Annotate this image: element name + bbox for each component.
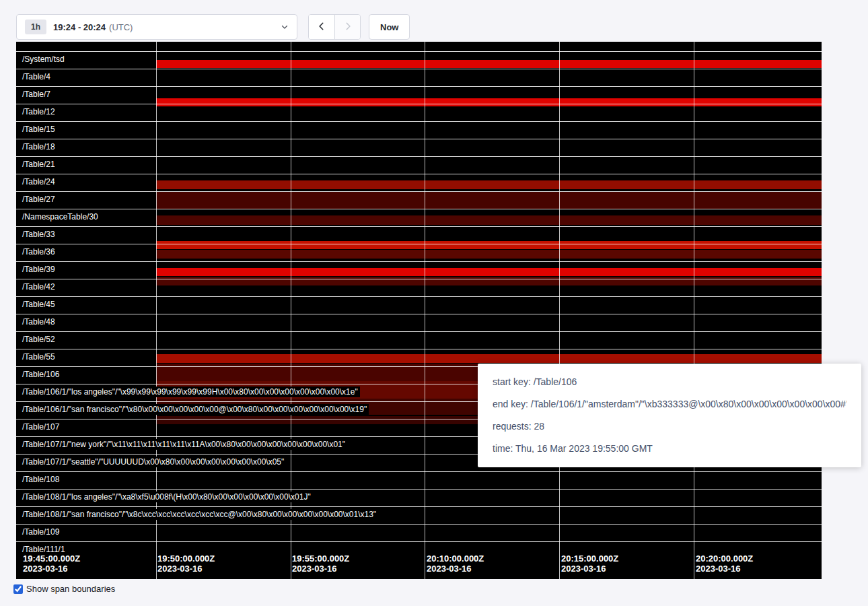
time-axis: 19:45:00.000Z2023-03-1619:50:00.000Z2023… — [16, 553, 822, 575]
row-key-label: /Table/4 — [20, 71, 52, 82]
toolbar: 1h 19:24 - 20:24 (UTC) Now — [16, 14, 410, 40]
tick-time: 19:50:00.000Z — [157, 553, 215, 564]
row-key-label: /Table/107/1/"new york"/"\x11\x11\x11\x1… — [20, 439, 347, 450]
key-visualizer-canvas[interactable]: /System/tsd/Table/4/Table/7/Table/12/Tab… — [16, 42, 822, 579]
row-key-label: /Table/108/1/"san francisco"/"\x8c\xcc\x… — [20, 509, 378, 520]
key-visualizer-page: 1h 19:24 - 20:24 (UTC) Now — [0, 0, 868, 606]
time-range-dropdown[interactable]: 1h 19:24 - 20:24 (UTC) — [16, 14, 297, 40]
show-span-boundaries-control[interactable]: Show span boundaries — [13, 584, 115, 594]
time-tick: 20:20:00.000Z2023-03-16 — [694, 553, 753, 574]
row-key-label: /Table/108 — [20, 474, 61, 485]
time-tick: 19:55:00.000Z2023-03-16 — [291, 553, 349, 574]
span-row[interactable]: /Table/18 — [16, 139, 822, 156]
show-span-boundaries-checkbox[interactable] — [13, 584, 23, 594]
time-shift-button-group — [308, 14, 361, 40]
tick-date: 2023-03-16 — [292, 564, 349, 574]
tick-date: 2023-03-16 — [427, 564, 484, 574]
span-row[interactable]: /Table/108/1/"san francisco"/"\x8c\xcc\x… — [16, 506, 822, 524]
tick-date: 2023-03-16 — [157, 564, 215, 574]
next-time-button[interactable] — [334, 15, 360, 39]
tooltip-start-key: start key: /Table/106 — [493, 371, 846, 393]
tick-time: 20:10:00.000Z — [427, 553, 484, 564]
row-key-label: /Table/12 — [20, 106, 57, 117]
row-key-label: /Table/106 — [20, 369, 61, 380]
span-row[interactable]: /Table/33 — [16, 226, 822, 244]
row-key-label: /Table/15 — [20, 124, 57, 135]
row-key-label: /Table/107 — [20, 422, 61, 432]
span-row[interactable]: /Table/39 — [16, 261, 822, 279]
range-value: 19:24 - 20:24 — [53, 22, 106, 32]
span-row[interactable]: /NamespaceTable/30 — [16, 209, 822, 226]
span-row[interactable]: /Table/48 — [16, 314, 822, 331]
now-button[interactable]: Now — [369, 14, 410, 40]
row-key-label: /Table/106/1/"los angeles"/"\x99\x99\x99… — [20, 386, 360, 397]
tooltip-time: time: Thu, 16 Mar 2023 19:55:00 GMT — [493, 438, 846, 460]
row-key-label: /Table/45 — [20, 299, 57, 310]
row-key-label: /Table/109 — [20, 527, 61, 537]
row-key-label: /Table/7 — [20, 89, 52, 100]
chevron-right-icon — [343, 22, 353, 33]
row-key-label: /Table/18 — [20, 141, 57, 152]
span-tooltip: start key: /Table/106 end key: /Table/10… — [478, 364, 861, 467]
row-key-label: /Table/42 — [20, 281, 57, 292]
tick-time: 20:20:00.000Z — [696, 553, 753, 564]
span-row[interactable]: /Table/108 — [16, 471, 822, 489]
span-row[interactable]: /Table/36 — [16, 244, 822, 261]
tooltip-requests: requests: 28 — [493, 415, 846, 438]
span-row[interactable]: /Table/7 — [16, 86, 822, 104]
show-span-boundaries-label: Show span boundaries — [26, 584, 115, 594]
prev-time-button[interactable] — [309, 15, 334, 39]
row-key-label: /Table/55 — [20, 351, 57, 362]
range-label: 19:24 - 20:24 (UTC) — [53, 22, 133, 32]
range-timezone: (UTC) — [109, 22, 133, 32]
chevron-left-icon — [317, 22, 326, 33]
tick-date: 2023-03-16 — [561, 564, 618, 574]
row-key-label: /System/tsd — [20, 54, 67, 65]
tick-time: 19:45:00.000Z — [23, 553, 80, 564]
row-key-label: /NamespaceTable/30 — [20, 211, 100, 222]
tick-date: 2023-03-16 — [696, 564, 753, 574]
span-row[interactable]: /Table/12 — [16, 104, 822, 121]
span-row[interactable]: /Table/21 — [16, 156, 822, 174]
span-row[interactable]: /Table/4 — [16, 69, 822, 86]
tick-time: 20:15:00.000Z — [561, 553, 618, 564]
time-tick: 20:15:00.000Z2023-03-16 — [560, 553, 618, 574]
time-tick: 19:45:00.000Z2023-03-16 — [22, 553, 80, 574]
row-key-label: /Table/27 — [20, 194, 57, 205]
span-row[interactable]: /System/tsd — [16, 51, 822, 69]
row-key-label: /Table/48 — [20, 316, 57, 327]
row-key-label: /Table/21 — [20, 159, 57, 170]
time-tick: 20:10:00.000Z2023-03-16 — [425, 553, 484, 574]
row-key-label: /Table/39 — [20, 264, 57, 275]
span-row[interactable]: /Table/45 — [16, 296, 822, 314]
chevron-down-icon — [281, 23, 289, 31]
tooltip-end-key: end key: /Table/106/1/"amsterdam"/"\xb33… — [493, 393, 846, 415]
row-key-label: /Table/33 — [20, 229, 57, 240]
span-row[interactable]: /Table/27 — [16, 191, 822, 209]
row-key-label: /Table/52 — [20, 334, 57, 345]
row-key-label: /Table/108/1/"los angeles"/"\xa8\xf5\u00… — [20, 492, 313, 502]
row-key-label: /Table/107/1/"seattle"/"UUUUUUD\x00\x80\… — [20, 457, 286, 467]
row-key-label: /Table/106/1/"san francisco"/"\x80\x00\x… — [20, 404, 369, 415]
span-row[interactable]: /Table/15 — [16, 121, 822, 139]
row-labels-layer: /System/tsd/Table/4/Table/7/Table/12/Tab… — [16, 51, 822, 559]
span-row[interactable]: /Table/42 — [16, 279, 822, 296]
span-row[interactable]: /Table/108/1/"los angeles"/"\xa8\xf5\u00… — [16, 489, 822, 506]
tick-date: 2023-03-16 — [23, 564, 80, 574]
span-row[interactable]: /Table/24 — [16, 174, 822, 191]
range-duration-badge: 1h — [25, 20, 46, 34]
row-key-label: /Table/24 — [20, 176, 57, 187]
tick-time: 19:55:00.000Z — [292, 553, 349, 564]
span-row[interactable]: /Table/52 — [16, 331, 822, 349]
time-tick: 19:50:00.000Z2023-03-16 — [156, 553, 215, 574]
row-key-label: /Table/36 — [20, 246, 57, 257]
span-row[interactable]: /Table/109 — [16, 524, 822, 541]
